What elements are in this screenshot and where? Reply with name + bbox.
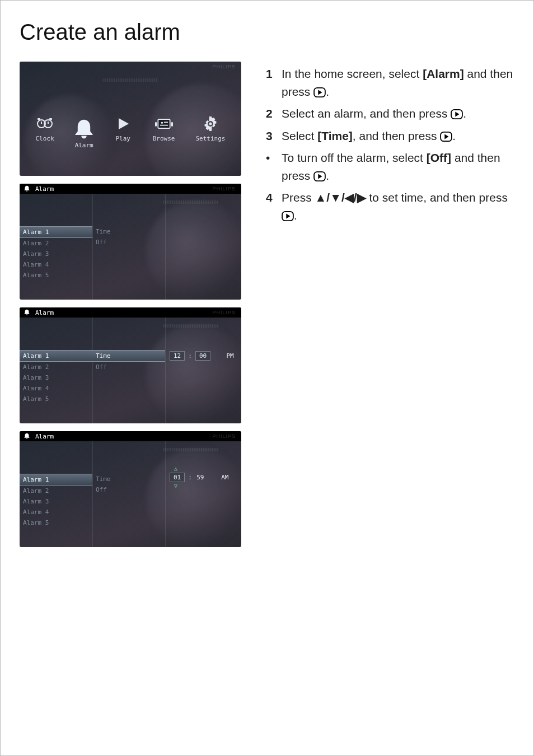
step-number: 3	[266, 127, 276, 145]
step-3: 3 Select [Time], and then press .	[266, 127, 514, 145]
bell-icon	[75, 123, 93, 138]
svg-rect-8	[160, 125, 168, 126]
period: .	[294, 209, 297, 222]
list-item[interactable]: Alarm 5	[20, 270, 92, 281]
play-in-box-icon	[313, 85, 326, 95]
time-value-row[interactable]: 12 : 00 PM	[165, 350, 241, 362]
bullet-marker: •	[266, 149, 276, 184]
hour-field[interactable]: 01	[170, 473, 185, 482]
option-off[interactable]: Off	[92, 237, 165, 248]
list-item[interactable]: Alarm 5	[20, 517, 92, 528]
value-pane: △ 01 : 59 AM ▽	[165, 441, 241, 547]
decorative-dots	[102, 78, 158, 82]
step-text: To turn off the alarm, select	[282, 151, 427, 164]
step-text: , and then press	[353, 129, 440, 142]
page-title: Create an alarm	[20, 20, 514, 45]
list-item[interactable]: Alarm 2	[20, 486, 92, 496]
svg-rect-7	[164, 122, 168, 123]
period: .	[326, 85, 329, 98]
svg-rect-3	[49, 118, 52, 120]
step-text: Select	[282, 129, 317, 142]
list-item[interactable]: Alarm 4	[20, 383, 92, 394]
minute-field[interactable]: 00	[195, 351, 210, 361]
browse-icon	[155, 116, 173, 132]
step-number: 2	[266, 105, 276, 123]
step-number: 1	[266, 65, 276, 100]
screenshot-home: PHILIPS Clock Alarm	[20, 62, 241, 176]
screenshot-time-editing: Alarm PHILIPS Alarm 1 Alarm 2 Alarm 3 Al…	[20, 431, 241, 547]
alarm-list: Alarm 1 Alarm 2 Alarm 3 Alarm 4 Alarm 5	[20, 318, 92, 423]
list-item[interactable]: Alarm 3	[20, 372, 92, 383]
home-item-play[interactable]: Play	[114, 116, 132, 142]
svg-rect-4	[155, 122, 157, 126]
svg-point-6	[161, 122, 163, 124]
brand-label: PHILIPS	[212, 433, 236, 439]
step-text: Select an alarm, and then press	[282, 107, 451, 120]
screenshots-column: PHILIPS Clock Alarm	[20, 62, 243, 555]
ampm-field[interactable]: PM	[225, 352, 235, 360]
ampm-field[interactable]: AM	[220, 474, 230, 481]
brand-label: PHILIPS	[212, 64, 236, 69]
home-item-browse[interactable]: Browse	[153, 116, 175, 142]
ui-label-time: [Time]	[317, 129, 353, 142]
list-item[interactable]: Alarm 1	[20, 350, 92, 362]
step-text: to set time, and then press	[366, 191, 508, 204]
step-text: In the home screen, select	[282, 67, 423, 80]
time-separator: :	[188, 352, 192, 360]
home-item-settings[interactable]: Settings	[196, 116, 226, 142]
chevron-up-icon[interactable]: △	[170, 466, 182, 472]
gear-icon	[202, 116, 219, 132]
option-time[interactable]: Time	[92, 226, 165, 237]
value-pane: 12 : 00 PM	[165, 318, 241, 423]
header-title: Alarm	[35, 309, 54, 316]
play-in-box-icon	[451, 106, 463, 116]
step-4: 4 Press ▲/▼/◀/▶ to set time, and then pr…	[266, 189, 514, 224]
two-column-layout: PHILIPS Clock Alarm	[20, 62, 514, 555]
clock-icon	[36, 116, 54, 132]
header-title: Alarm	[35, 185, 54, 193]
brand-label: PHILIPS	[212, 186, 236, 192]
time-value-row[interactable]: 01 : 59 AM	[165, 472, 241, 483]
step-list: 1 In the home screen, select [Alarm] and…	[266, 65, 514, 224]
home-item-clock[interactable]: Clock	[36, 116, 54, 142]
list-item[interactable]: Alarm 1	[20, 474, 92, 486]
minute-field[interactable]: 59	[195, 474, 205, 481]
home-item-label: Clock	[36, 135, 54, 142]
svg-rect-2	[38, 118, 40, 120]
step-2: 2 Select an alarm, and then press .	[266, 105, 514, 123]
option-off[interactable]: Off	[92, 362, 165, 372]
list-item[interactable]: Alarm 1	[20, 226, 92, 238]
option-time[interactable]: Time	[92, 350, 165, 362]
bell-icon	[23, 309, 31, 316]
time-options: Time Off	[92, 194, 165, 300]
play-in-box-icon	[282, 208, 294, 218]
home-item-label: Play	[116, 135, 131, 142]
list-item[interactable]: Alarm 2	[20, 238, 92, 249]
hour-field[interactable]: 12	[170, 351, 185, 361]
step-1: 1 In the home screen, select [Alarm] and…	[266, 65, 514, 100]
list-item[interactable]: Alarm 4	[20, 507, 92, 517]
period: .	[326, 169, 329, 182]
window-header: Alarm	[20, 307, 241, 318]
list-item[interactable]: Alarm 4	[20, 259, 92, 270]
ui-label-off: [Off]	[427, 151, 451, 164]
header-title: Alarm	[35, 433, 54, 440]
instructions-column: 1 In the home screen, select [Alarm] and…	[266, 62, 514, 555]
step-bullet: • To turn off the alarm, select [Off] an…	[266, 149, 514, 184]
alarm-list: Alarm 1 Alarm 2 Alarm 3 Alarm 4 Alarm 5	[20, 441, 92, 547]
time-options: Time Off	[92, 318, 165, 423]
list-item[interactable]: Alarm 2	[20, 362, 92, 372]
svg-rect-5	[158, 119, 170, 128]
value-pane	[165, 194, 241, 300]
option-off[interactable]: Off	[92, 484, 165, 495]
screenshot-time-selected: Alarm PHILIPS Alarm 1 Alarm 2 Alarm 3 Al…	[20, 307, 241, 423]
home-item-label: Browse	[153, 135, 175, 142]
list-item[interactable]: Alarm 3	[20, 496, 92, 507]
chevron-down-icon[interactable]: ▽	[170, 483, 182, 489]
list-item[interactable]: Alarm 5	[20, 394, 92, 404]
period: .	[452, 129, 456, 142]
list-item[interactable]: Alarm 3	[20, 249, 92, 259]
home-item-alarm[interactable]: Alarm	[75, 123, 93, 149]
alarm-list: Alarm 1 Alarm 2 Alarm 3 Alarm 4 Alarm 5	[20, 194, 92, 300]
option-time[interactable]: Time	[92, 474, 165, 484]
